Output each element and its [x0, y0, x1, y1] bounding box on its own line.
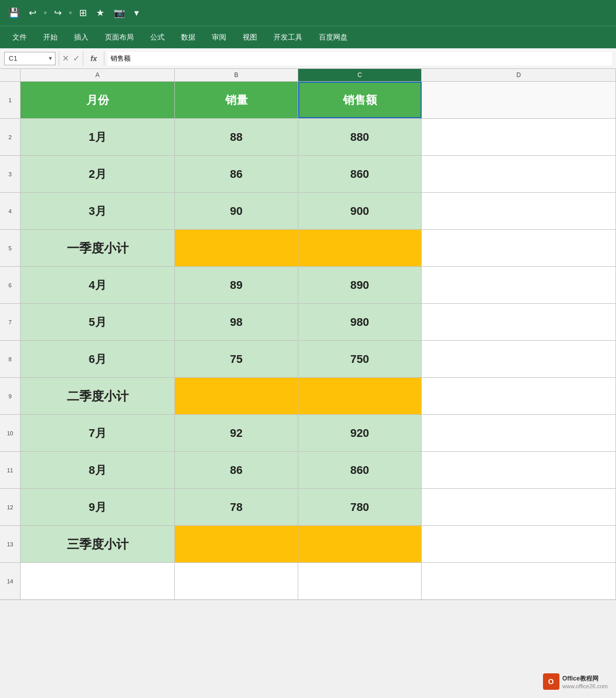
menu-formula[interactable]: 公式 — [142, 30, 173, 45]
menu-view[interactable]: 视图 — [234, 30, 265, 45]
cell-ref-dropdown-icon[interactable]: ▼ — [48, 56, 53, 61]
menu-insert[interactable]: 插入 — [66, 30, 97, 45]
cell-a9[interactable]: 二季度小计 — [21, 378, 175, 414]
cell-c11[interactable]: 860 — [298, 452, 422, 488]
logo-text: Office教程网 — [563, 674, 608, 683]
cell-c12[interactable]: 780 — [298, 489, 422, 525]
menu-data[interactable]: 数据 — [173, 30, 204, 45]
cell-d6[interactable] — [422, 267, 616, 303]
cell-a4[interactable]: 3月 — [21, 193, 175, 229]
cell-a7[interactable]: 5月 — [21, 304, 175, 340]
cell-a2[interactable]: 1月 — [21, 119, 175, 155]
menu-review[interactable]: 审阅 — [204, 30, 234, 45]
row-num-8: 8 — [0, 341, 21, 377]
cell-d1[interactable] — [422, 82, 616, 118]
cell-d10[interactable] — [422, 415, 616, 451]
cell-b8[interactable]: 75 — [175, 341, 298, 377]
cell-d7[interactable] — [422, 304, 616, 340]
formula-input[interactable] — [107, 52, 612, 65]
confirm-formula-icon[interactable]: ✓ — [73, 53, 80, 63]
cell-d12[interactable] — [422, 489, 616, 525]
office-logo-icon: O — [543, 673, 559, 690]
cell-c9[interactable] — [298, 378, 422, 414]
cell-a3[interactable]: 2月 — [21, 156, 175, 192]
undo-icon[interactable]: ↩ — [27, 5, 39, 21]
table-row: 1 月份 销量 销售额 — [0, 82, 616, 119]
cell-reference-box[interactable]: C1 ▼ — [4, 52, 56, 65]
bottom-logo: O Office教程网 www.office26.com — [543, 673, 608, 690]
col-header-b[interactable]: B — [175, 69, 298, 81]
cell-a1[interactable]: 月份 — [21, 82, 175, 118]
cell-d13[interactable] — [422, 526, 616, 562]
cell-b13[interactable] — [175, 526, 298, 562]
cell-b4[interactable]: 90 — [175, 193, 298, 229]
cell-c5[interactable] — [298, 230, 422, 266]
cell-c13[interactable] — [298, 526, 422, 562]
table-row: 5 一季度小计 — [0, 230, 616, 267]
cell-b7[interactable]: 98 — [175, 304, 298, 340]
row-num-6: 6 — [0, 267, 21, 303]
toolbar: 💾 ↩ ▾ ↪ ▾ ⊞ ★ 📷 ▾ — [0, 0, 616, 26]
cell-b2[interactable]: 88 — [175, 119, 298, 155]
cell-c1[interactable]: 销售额 — [298, 82, 422, 118]
formula-controls: ✕ ✓ — [62, 53, 80, 63]
col-header-d[interactable]: D — [422, 69, 616, 81]
cell-a8[interactable]: 6月 — [21, 341, 175, 377]
cell-b12[interactable]: 78 — [175, 489, 298, 525]
cancel-formula-icon[interactable]: ✕ — [62, 53, 69, 63]
col-header-c[interactable]: C — [298, 69, 422, 81]
cell-a6[interactable]: 4月 — [21, 267, 175, 303]
cell-d5[interactable] — [422, 230, 616, 266]
cell-b9[interactable] — [175, 378, 298, 414]
menu-developer[interactable]: 开发工具 — [265, 30, 311, 45]
menu-page-layout[interactable]: 页面布局 — [97, 30, 142, 45]
cell-a11[interactable]: 8月 — [21, 452, 175, 488]
cell-d11[interactable] — [422, 452, 616, 488]
menu-file[interactable]: 文件 — [4, 30, 35, 45]
cell-a14[interactable] — [21, 563, 175, 599]
cell-c14[interactable] — [298, 563, 422, 599]
cell-b1[interactable]: 销量 — [175, 82, 298, 118]
cell-b3[interactable]: 86 — [175, 156, 298, 192]
cell-c4[interactable]: 900 — [298, 193, 422, 229]
cell-a10[interactable]: 7月 — [21, 415, 175, 451]
menu-home[interactable]: 开始 — [35, 30, 66, 45]
cell-d9[interactable] — [422, 378, 616, 414]
redo-icon[interactable]: ↪ — [52, 5, 64, 21]
menu-baidu[interactable]: 百度网盘 — [311, 30, 356, 45]
table-row: 4 3月 90 900 — [0, 193, 616, 230]
cell-b10[interactable]: 92 — [175, 415, 298, 451]
row-num-1: 1 — [0, 82, 21, 118]
cell-d3[interactable] — [422, 156, 616, 192]
table-row: 13 三季度小计 — [0, 526, 616, 563]
cell-b11[interactable]: 86 — [175, 452, 298, 488]
formula-separator — [59, 51, 59, 66]
cell-d8[interactable] — [422, 341, 616, 377]
cell-a12[interactable]: 9月 — [21, 489, 175, 525]
cell-c8[interactable]: 750 — [298, 341, 422, 377]
star-icon[interactable]: ★ — [94, 5, 106, 21]
formula-bar: C1 ▼ ✕ ✓ fx — [0, 48, 616, 69]
cell-ref-text: C1 — [9, 54, 17, 62]
camera-icon[interactable]: 📷 — [112, 5, 127, 21]
cell-a13[interactable]: 三季度小计 — [21, 526, 175, 562]
fx-label: fx — [86, 54, 101, 63]
cell-c7[interactable]: 980 — [298, 304, 422, 340]
cell-d4[interactable] — [422, 193, 616, 229]
table-row: 11 8月 86 860 — [0, 452, 616, 489]
cell-b6[interactable]: 89 — [175, 267, 298, 303]
cell-b5[interactable] — [175, 230, 298, 266]
cell-a5[interactable]: 一季度小计 — [21, 230, 175, 266]
cell-d2[interactable] — [422, 119, 616, 155]
cell-d14[interactable] — [422, 563, 616, 599]
more-icon[interactable]: ▾ — [132, 5, 141, 21]
grid-icon[interactable]: ⊞ — [77, 5, 89, 21]
cell-c3[interactable]: 860 — [298, 156, 422, 192]
col-header-a[interactable]: A — [21, 69, 175, 81]
row-num-10: 10 — [0, 415, 21, 451]
cell-c10[interactable]: 920 — [298, 415, 422, 451]
save-icon[interactable]: 💾 — [6, 5, 22, 21]
cell-b14[interactable] — [175, 563, 298, 599]
cell-c6[interactable]: 890 — [298, 267, 422, 303]
cell-c2[interactable]: 880 — [298, 119, 422, 155]
